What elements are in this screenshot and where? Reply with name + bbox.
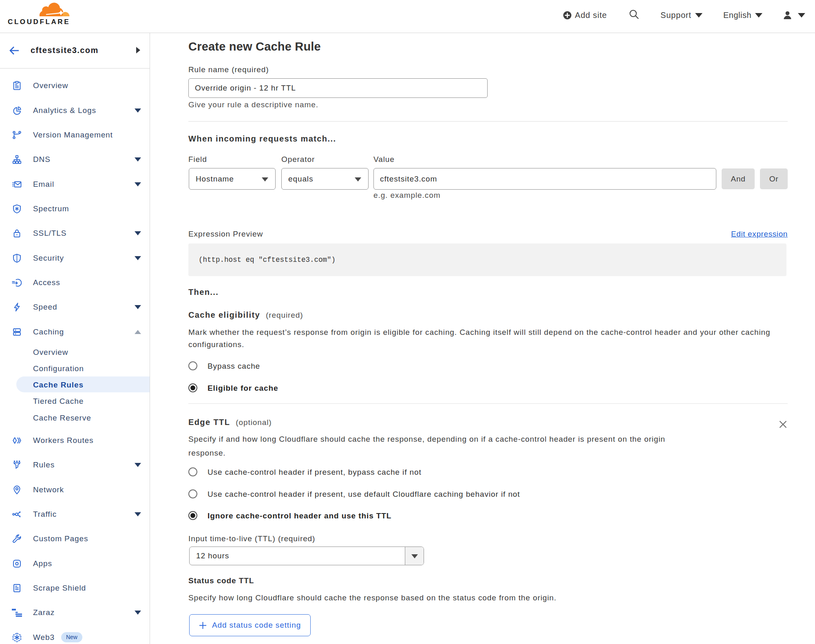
- svg-text:CLOUDFLARE: CLOUDFLARE: [8, 18, 70, 26]
